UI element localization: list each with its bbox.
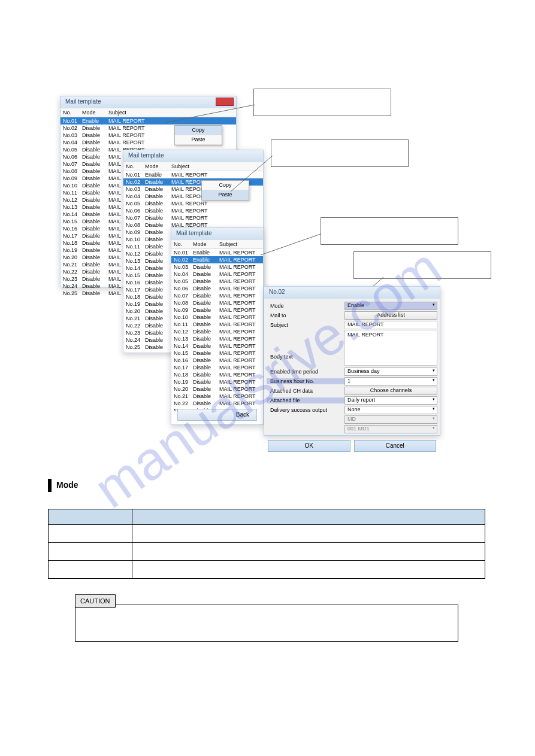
mode-label: Mode bbox=[267, 303, 344, 309]
af-select[interactable]: Daily report bbox=[344, 396, 437, 405]
td-r1c2 bbox=[132, 525, 485, 543]
body-textarea[interactable]: MAIL REPORT bbox=[344, 330, 437, 366]
context-menu: Copy Paste bbox=[174, 125, 222, 145]
callout-1 bbox=[253, 89, 391, 116]
caution-text bbox=[75, 605, 458, 615]
caution-box: CAUTION bbox=[75, 605, 458, 642]
table-row[interactable]: No.09DisableMAIL REPORT bbox=[171, 306, 263, 314]
callout-3 bbox=[321, 217, 458, 245]
mode-select[interactable]: Enable bbox=[344, 302, 437, 310]
bh-label: Business hour No. bbox=[267, 378, 344, 384]
table-row[interactable]: No.04DisableMAIL REPORT bbox=[171, 271, 263, 278]
titlebar: Mail template bbox=[123, 150, 263, 162]
titlebar: No.02 bbox=[264, 287, 440, 299]
table-header: No. Mode Subject bbox=[123, 162, 263, 171]
dso-select-3[interactable]: 001 MD1 bbox=[344, 425, 437, 433]
table-row[interactable]: No.20DisableMAIL REPORT bbox=[171, 385, 263, 393]
subject-input[interactable]: MAIL REPORT bbox=[344, 321, 437, 329]
etp-select[interactable]: Business day bbox=[344, 368, 437, 376]
table-header: No. Mode Subject bbox=[171, 240, 263, 249]
dso-select-1[interactable]: None bbox=[344, 406, 437, 414]
col-no: No. bbox=[123, 163, 145, 169]
td-r2c1 bbox=[49, 543, 132, 561]
table-row[interactable]: No.05DisableMAIL REPORT bbox=[123, 200, 263, 207]
table-row[interactable]: No.08DisableMAIL REPORT bbox=[171, 299, 263, 306]
table-row[interactable]: No.14DisableMAIL REPORT bbox=[171, 342, 263, 350]
table-row[interactable]: No.10DisableMAIL REPORT bbox=[171, 314, 263, 321]
col-no: No. bbox=[61, 110, 82, 116]
section-bar bbox=[48, 479, 52, 492]
table-row[interactable]: No.07DisableMAIL REPORT bbox=[171, 292, 263, 299]
th-1 bbox=[49, 509, 132, 525]
copy-menu-item[interactable]: Copy bbox=[202, 181, 249, 190]
dso-label: Delivery success output bbox=[267, 407, 344, 413]
table-row[interactable]: No.19DisableMAIL REPORT bbox=[171, 378, 263, 385]
window-title: Mail template bbox=[128, 152, 164, 159]
table-row[interactable]: No.18DisableMAIL REPORT bbox=[171, 371, 263, 378]
af-label: Attached file bbox=[267, 397, 344, 403]
td-r3c1 bbox=[49, 561, 132, 579]
table-row[interactable]: No.22DisableMAIL REPORT bbox=[171, 400, 263, 407]
table-row-selected[interactable]: No.02EnableMAIL REPORT bbox=[171, 256, 263, 263]
copy-menu-item[interactable]: Copy bbox=[175, 126, 222, 135]
table-row[interactable]: No.11DisableMAIL REPORT bbox=[171, 321, 263, 328]
table-row-selected[interactable]: No.01EnableMAIL REPORT bbox=[61, 117, 236, 125]
paste-menu-item[interactable]: Paste bbox=[202, 190, 249, 200]
table-row[interactable]: No.07DisableMAIL REPORT bbox=[123, 214, 263, 221]
table-row[interactable]: No.12DisableMAIL REPORT bbox=[171, 328, 263, 335]
table-row[interactable]: No.21DisableMAIL REPORT bbox=[171, 393, 263, 400]
row-list: No.01EnableMAIL REPORTNo.02EnableMAIL RE… bbox=[171, 249, 263, 411]
back-button[interactable]: Back bbox=[177, 409, 257, 421]
col-mode: Mode bbox=[145, 163, 171, 169]
dialog-title: No.02 bbox=[269, 289, 285, 295]
table-row[interactable]: No.17DisableMAIL REPORT bbox=[171, 364, 263, 371]
etp-label: Enabled time period bbox=[267, 369, 344, 375]
th-2 bbox=[132, 509, 485, 525]
col-subject: Subject bbox=[108, 110, 236, 116]
table-row[interactable]: No.13DisableMAIL REPORT bbox=[171, 335, 263, 342]
window-title: Mail template bbox=[176, 230, 211, 236]
table-row[interactable]: No.06DisableMAIL REPORT bbox=[171, 285, 263, 292]
mailto-label: Mail to bbox=[267, 312, 344, 318]
col-mode: Mode bbox=[193, 241, 219, 247]
subject-label: Subject bbox=[267, 322, 344, 328]
titlebar: Mail template bbox=[171, 228, 263, 240]
callout-4 bbox=[353, 251, 491, 279]
col-subject: Subject bbox=[219, 241, 263, 247]
body-label: Body text bbox=[267, 330, 344, 360]
acd-label: Attached CH data bbox=[267, 388, 344, 394]
table-row[interactable]: No.05DisableMAIL REPORT bbox=[171, 278, 263, 285]
table-header: No. Mode Subject bbox=[61, 108, 236, 117]
table-row[interactable]: No.15DisableMAIL REPORT bbox=[171, 350, 263, 357]
dso-select-2[interactable]: MD bbox=[344, 415, 437, 424]
col-no: No. bbox=[171, 241, 193, 247]
context-menu: Copy Paste bbox=[201, 180, 249, 201]
titlebar: Mail template bbox=[61, 96, 236, 108]
mode-heading: Mode bbox=[56, 480, 78, 490]
table-row[interactable]: No.01EnableMAIL REPORT bbox=[171, 249, 263, 256]
col-mode: Mode bbox=[82, 110, 108, 116]
cancel-button[interactable]: Cancel bbox=[354, 440, 437, 452]
paste-menu-item[interactable]: Paste bbox=[175, 135, 222, 145]
choose-channels-button[interactable]: Choose channels bbox=[344, 387, 437, 395]
td-r3c2 bbox=[132, 561, 485, 579]
table-row[interactable]: No.03DisableMAIL REPORT bbox=[171, 263, 263, 271]
td-r1c1 bbox=[49, 525, 132, 543]
col-subject: Subject bbox=[171, 163, 263, 169]
table-row[interactable]: No.06DisableMAIL REPORT bbox=[123, 207, 263, 214]
table-row[interactable]: No.01EnableMAIL REPORT bbox=[123, 171, 263, 178]
td-r2c2 bbox=[132, 543, 485, 561]
callout-2 bbox=[271, 139, 409, 167]
mode-table bbox=[48, 509, 485, 579]
table-row[interactable]: No.16DisableMAIL REPORT bbox=[171, 357, 263, 364]
template-edit-dialog: No.02 Mode Enable Mail to Address list S… bbox=[264, 286, 440, 436]
window-title: Mail template bbox=[65, 98, 101, 105]
close-icon[interactable] bbox=[216, 98, 234, 106]
bh-select[interactable]: 1 bbox=[344, 377, 437, 385]
mail-template-window-3: Mail template No. Mode Subject No.01Enab… bbox=[171, 227, 264, 425]
address-list-button[interactable]: Address list bbox=[344, 311, 437, 320]
caution-label: CAUTION bbox=[75, 594, 116, 608]
ok-button[interactable]: OK bbox=[268, 440, 350, 452]
